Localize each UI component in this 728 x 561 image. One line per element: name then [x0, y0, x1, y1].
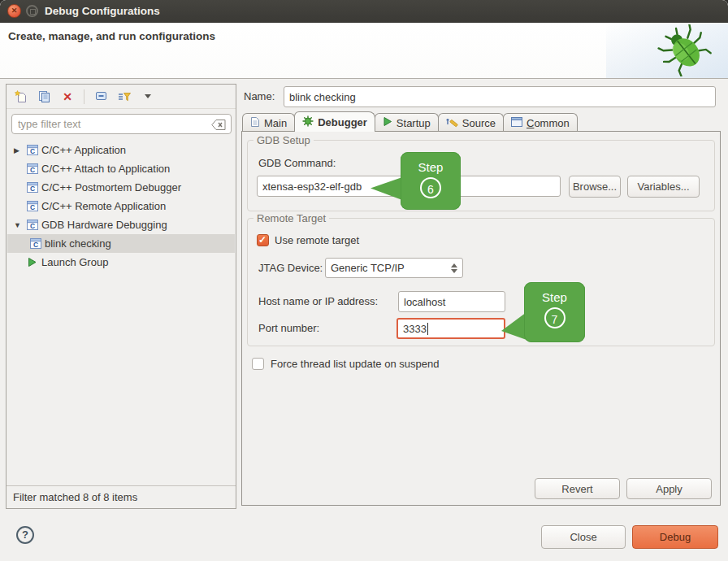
- document-icon: [250, 116, 260, 130]
- tab-source[interactable]: Source: [438, 113, 504, 132]
- host-label: Host name or IP address:: [258, 295, 378, 307]
- force-thread-label: Force thread list update on suspend: [271, 358, 439, 370]
- expander-icon[interactable]: [14, 146, 27, 154]
- header-banner: Create, manage, and run configurations: [0, 23, 728, 79]
- tab-label: Debugger: [318, 116, 367, 128]
- tab-label: Main: [264, 117, 287, 129]
- apply-button[interactable]: Apply: [626, 478, 712, 499]
- tab-label: Common: [526, 117, 570, 129]
- toolbar-separator: [84, 89, 84, 104]
- tab-common[interactable]: Common: [503, 113, 578, 132]
- expander-icon[interactable]: [14, 221, 27, 229]
- tree-item-label: C/C++ Attach to Application: [41, 163, 170, 175]
- use-remote-target-checkbox[interactable]: [257, 234, 269, 246]
- port-label: Port number:: [258, 322, 319, 334]
- duplicate-configuration-icon[interactable]: [37, 89, 51, 104]
- new-configuration-icon[interactable]: [13, 89, 28, 104]
- force-thread-checkbox[interactable]: [252, 358, 264, 370]
- jtag-device-select[interactable]: Generic TCP/IP: [325, 258, 463, 278]
- port-value: 3333: [403, 323, 427, 335]
- c-application-icon: C: [27, 145, 41, 155]
- svg-text:C: C: [30, 222, 35, 230]
- bug-icon: [650, 24, 720, 76]
- tree-item-blink-checking[interactable]: C blink checking: [7, 234, 235, 253]
- revert-button[interactable]: Revert: [535, 478, 620, 499]
- svg-text:C: C: [30, 166, 35, 174]
- host-input[interactable]: [398, 291, 505, 312]
- toolbar-menu-icon[interactable]: [141, 89, 155, 104]
- close-window-icon[interactable]: [7, 4, 21, 18]
- name-input[interactable]: [284, 86, 716, 107]
- tab-bar: Main Debugger Startup Source Common: [242, 112, 577, 132]
- tree-item-label: C/C++ Postmortem Debugger: [41, 181, 181, 194]
- tab-label: Startup: [396, 117, 431, 129]
- c-application-icon: C: [30, 238, 45, 249]
- svg-text:C: C: [30, 147, 35, 155]
- gdb-setup-title: GDB Setup: [254, 134, 314, 146]
- tree-item-cpp-remote[interactable]: C C/C++ Remote Application: [7, 197, 235, 215]
- close-button[interactable]: Close: [541, 525, 626, 549]
- c-application-icon: C: [27, 201, 41, 211]
- step7-number: 7: [544, 307, 566, 328]
- tab-startup[interactable]: Startup: [375, 113, 439, 132]
- tree-item-label: GDB Hardware Debugging: [41, 219, 167, 231]
- play-icon: [383, 116, 392, 129]
- configurations-panel: ✕ C C/C++ Application C C/C++ Attac: [6, 84, 236, 509]
- configurations-toolbar: ✕: [6, 85, 236, 109]
- debug-button[interactable]: Debug: [632, 525, 718, 549]
- configurations-tree: C C/C++ Application C C/C++ Attach to Ap…: [7, 139, 235, 485]
- tree-item-label: C/C++ Remote Application: [41, 200, 166, 212]
- step7-title: Step: [524, 290, 585, 304]
- spinner-icon[interactable]: [451, 263, 457, 273]
- help-button[interactable]: ?: [16, 526, 34, 544]
- browse-button[interactable]: Browse...: [569, 176, 621, 198]
- svg-text:C: C: [30, 203, 35, 211]
- title-bar[interactable]: Debug Configurations: [0, 0, 728, 23]
- svg-text:C: C: [33, 241, 38, 249]
- tree-item-cpp-postmortem[interactable]: C C/C++ Postmortem Debugger: [7, 178, 235, 197]
- filter-configurations-icon[interactable]: [117, 89, 132, 104]
- filter-status: Filter matched 8 of 8 items: [6, 485, 236, 508]
- step6-callout: Step 6: [401, 152, 461, 210]
- c-application-icon: C: [27, 163, 41, 174]
- remote-target-title: Remote Target: [254, 212, 329, 224]
- filter-input[interactable]: [11, 114, 232, 134]
- tree-item-label: blink checking: [45, 237, 111, 250]
- variables-button[interactable]: Variables...: [627, 176, 700, 198]
- clear-filter-icon[interactable]: [211, 119, 226, 133]
- tab-label: Source: [462, 117, 496, 129]
- debug-bug-icon: [302, 115, 314, 129]
- window-title: Debug Configurations: [45, 0, 160, 23]
- port-input[interactable]: 3333: [396, 318, 505, 339]
- tab-main[interactable]: Main: [242, 113, 295, 132]
- maximize-window-icon[interactable]: [26, 5, 38, 17]
- use-remote-target-label: Use remote target: [275, 234, 359, 246]
- step7-callout: Step 7: [524, 282, 585, 342]
- source-icon: [446, 116, 458, 130]
- c-application-icon: C: [27, 220, 41, 230]
- c-application-icon: C: [27, 182, 41, 193]
- tree-item-label: Launch Group: [41, 256, 108, 268]
- gdb-command-label: GDB Command:: [258, 157, 336, 169]
- name-label: Name:: [244, 90, 275, 102]
- tree-item-cpp-application[interactable]: C C/C++ Application: [7, 141, 235, 159]
- text-caret: [427, 323, 428, 335]
- svg-text:C: C: [30, 185, 35, 193]
- tab-debugger[interactable]: Debugger: [294, 111, 375, 132]
- step6-title: Step: [401, 160, 461, 174]
- collapse-all-icon[interactable]: [93, 89, 108, 104]
- tree-item-label: C/C++ Application: [41, 144, 126, 156]
- delete-configuration-icon[interactable]: ✕: [60, 89, 75, 104]
- debug-configurations-dialog: Debug Configurations Create, manage, and…: [0, 0, 728, 561]
- jtag-device-value: Generic TCP/IP: [331, 262, 405, 274]
- launch-group-icon: [27, 257, 41, 267]
- page-title: Create, manage, and run configurations: [8, 30, 215, 42]
- tree-item-gdb-hardware-debugging[interactable]: C GDB Hardware Debugging: [7, 215, 235, 234]
- tree-item-launch-group[interactable]: Launch Group: [7, 253, 235, 272]
- window-table-icon: [511, 117, 522, 129]
- jtag-device-label: JTAG Device:: [258, 262, 323, 274]
- step6-number: 6: [420, 177, 441, 198]
- tree-item-cpp-attach[interactable]: C C/C++ Attach to Application: [7, 159, 235, 178]
